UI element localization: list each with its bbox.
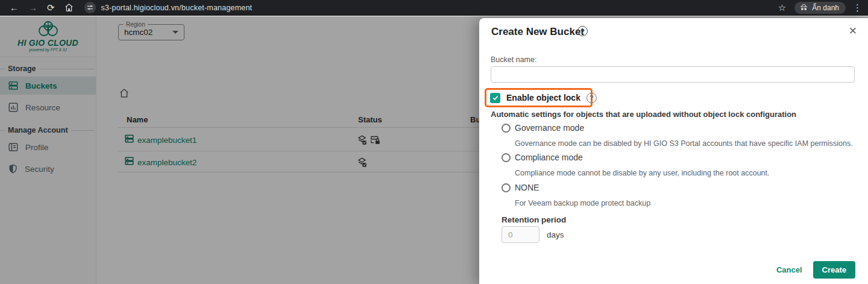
bucket-name-input[interactable] xyxy=(491,66,855,83)
retention-period-label: Retention period xyxy=(502,215,566,224)
compliance-mode-radio[interactable] xyxy=(502,153,511,162)
create-bucket-dialog: Create New Bucket ? ✕ Bucket name: Enabl… xyxy=(479,18,868,284)
cancel-button[interactable]: Cancel xyxy=(776,265,802,274)
back-icon[interactable]: ← xyxy=(10,3,19,12)
url-bar[interactable]: s3-portal.higiocloud.vn/bucket-managemen… xyxy=(101,4,253,12)
incognito-badge: Ẩn danh xyxy=(794,2,846,14)
browser-toolbar: ← → ⟳ s3-portal.higiocloud.vn/bucket-man… xyxy=(0,0,868,16)
incognito-icon xyxy=(799,4,808,11)
enable-object-lock-highlight: Enable object lock ? xyxy=(485,88,593,107)
screen: ← → ⟳ s3-portal.higiocloud.vn/bucket-man… xyxy=(0,0,868,284)
browser-home-icon[interactable] xyxy=(64,3,74,12)
forward-icon[interactable]: → xyxy=(28,3,37,12)
check-icon xyxy=(492,94,499,101)
bucket-name-label: Bucket name: xyxy=(491,55,536,64)
governance-mode-label: Governance mode xyxy=(515,123,584,133)
object-lock-help-icon[interactable]: ? xyxy=(587,93,597,103)
enable-object-lock-label: Enable object lock xyxy=(506,93,580,103)
site-info-icon[interactable] xyxy=(84,2,96,13)
none-mode-radio[interactable] xyxy=(502,183,511,192)
close-icon[interactable]: ✕ xyxy=(849,25,857,37)
dialog-help-icon[interactable]: ? xyxy=(577,26,588,36)
compliance-mode-description: Compliance mode cannot be disable by any… xyxy=(515,169,770,177)
retention-period-input[interactable] xyxy=(502,226,539,243)
governance-mode-radio[interactable] xyxy=(502,124,511,133)
auto-settings-text: Automatic settings for objects that are … xyxy=(491,110,796,119)
governance-mode-description: Governance mode can be disabled by HI GI… xyxy=(515,139,853,148)
refresh-icon[interactable]: ⟳ xyxy=(47,3,55,12)
browser-menu-icon[interactable]: ⋮ xyxy=(853,2,862,13)
incognito-label: Ẩn danh xyxy=(812,4,839,12)
compliance-mode-label: Compliance mode xyxy=(515,153,583,162)
retention-unit-label: days xyxy=(547,230,564,239)
bookmark-icon[interactable]: ☆ xyxy=(778,2,786,13)
enable-object-lock-checkbox[interactable] xyxy=(490,93,500,103)
create-button[interactable]: Create xyxy=(813,261,855,279)
dialog-footer: Cancel Create xyxy=(776,261,855,279)
none-mode-description: For Veeam backup mode protect backup xyxy=(515,199,650,207)
dialog-title: Create New Bucket xyxy=(491,26,584,38)
none-mode-label: NONE xyxy=(515,183,539,192)
